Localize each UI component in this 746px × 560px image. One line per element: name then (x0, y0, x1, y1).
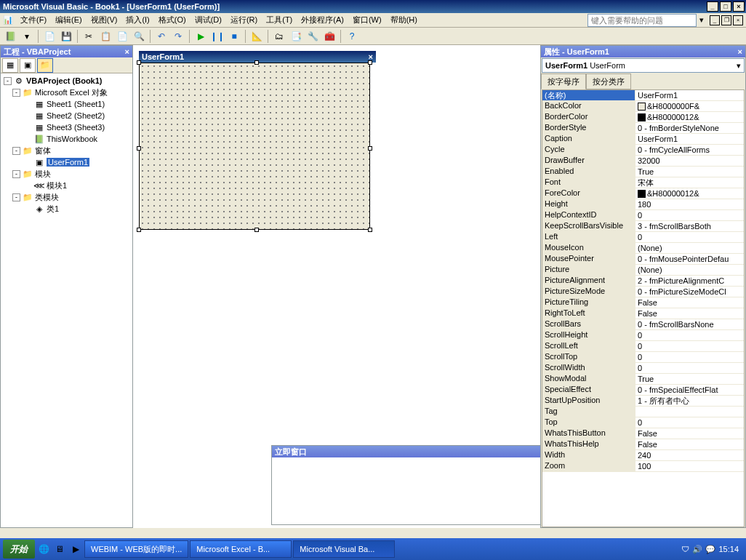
property-row[interactable]: ScrollBars0 - fmScrollBarsNone (542, 319, 744, 330)
tree-node[interactable]: -⚙VBAProject (Book1) (2, 75, 131, 87)
tree-node[interactable]: ⋘模块1 (2, 180, 131, 191)
toggle-folders-button[interactable]: 📁 (37, 58, 53, 73)
mdi-close-button[interactable]: × (733, 15, 743, 25)
taskbar-item[interactable]: WEBIM - WEB版的即时... (84, 540, 188, 558)
properties-grid[interactable]: (名称)UserForm1BackColor &H8000000F&Border… (542, 89, 745, 527)
tree-node[interactable]: -📁模块 (2, 168, 131, 180)
property-row[interactable]: PictureAlignment2 - fmPictureAlignmentC (542, 276, 744, 287)
paste-button[interactable]: 📄 (115, 29, 129, 44)
tree-node[interactable]: -📁类模块 (2, 191, 131, 203)
menu-debug[interactable]: 调试(D) (190, 13, 226, 27)
menu-run[interactable]: 运行(R) (226, 13, 262, 27)
tree-node[interactable]: ▦Sheet1 (Sheet1) (2, 98, 131, 110)
property-row[interactable]: WhatsThisButtonFalse (542, 428, 744, 439)
mdi-restore-button[interactable]: ❐ (721, 15, 731, 25)
property-row[interactable]: EnabledTrue (542, 167, 744, 177)
object-browser-button[interactable]: 🔧 (305, 29, 320, 44)
property-row[interactable]: BorderStyle0 - fmBorderStyleNone (542, 123, 744, 134)
property-row[interactable]: PictureTilingFalse (542, 297, 744, 308)
help-dropdown-icon[interactable]: ▾ (699, 15, 704, 25)
property-row[interactable]: Picture(None) (542, 265, 744, 276)
project-tree[interactable]: -⚙VBAProject (Book1)-📁Microsoft Excel 对象… (1, 73, 132, 527)
tree-node[interactable]: ▦Sheet2 (Sheet2) (2, 110, 131, 121)
maximize-button[interactable]: □ (720, 1, 731, 12)
menu-window[interactable]: 窗口(W) (348, 13, 386, 27)
toolbox-button[interactable]: 🧰 (322, 29, 337, 44)
tray-icon[interactable]: 💬 (705, 545, 715, 554)
taskbar-item[interactable]: Microsoft Visual Ba... (293, 540, 395, 558)
insert-button[interactable]: 📄 (42, 29, 57, 44)
tree-node[interactable]: ▣UserForm1 (2, 156, 131, 168)
property-row[interactable]: MouseIcon(None) (542, 243, 744, 254)
userform-window[interactable]: UserForm1 × (139, 51, 376, 230)
tray-icon[interactable]: 🛡 (681, 545, 689, 553)
stop-button[interactable]: ■ (227, 29, 241, 44)
userform-body[interactable] (139, 63, 370, 230)
property-row[interactable]: MousePointer0 - fmMousePointerDefau (542, 254, 744, 265)
property-row[interactable]: WhatsThisHelpFalse (542, 439, 744, 450)
menu-edit[interactable]: 编辑(E) (51, 13, 87, 27)
design-mode-button[interactable]: 📐 (249, 29, 264, 44)
property-row[interactable]: ScrollWidth0 (542, 363, 744, 374)
property-row[interactable]: DrawBuffer32000 (542, 156, 744, 167)
quicklaunch-desktop-icon[interactable]: 🖥 (52, 542, 67, 556)
redo-button[interactable]: ↷ (171, 29, 185, 44)
property-row[interactable]: Cycle0 - fmCycleAllForms (542, 145, 744, 156)
props-object-combo[interactable]: UserForm1 UserForm ▾ (542, 58, 745, 73)
tree-node[interactable]: 📗ThisWorkbook (2, 133, 131, 145)
property-row[interactable]: StartUpPosition1 - 所有者中心 (542, 396, 744, 407)
quicklaunch-ie-icon[interactable]: 🌐 (36, 542, 51, 556)
menu-addins[interactable]: 外接程序(A) (297, 13, 348, 27)
property-row[interactable]: Height180 (542, 199, 744, 210)
tree-node[interactable]: -📁窗体 (2, 145, 131, 156)
view-code-button[interactable]: ▦ (2, 58, 18, 73)
find-button[interactable]: 🔍 (132, 29, 146, 44)
property-row[interactable]: ShowModalTrue (542, 374, 744, 385)
property-row[interactable]: ScrollHeight0 (542, 330, 744, 341)
taskbar-item[interactable]: Microsoft Excel - B... (190, 540, 292, 558)
property-row[interactable]: Left0 (542, 232, 744, 243)
save-button[interactable]: 💾 (59, 29, 73, 44)
help-button[interactable]: ? (345, 29, 359, 44)
mdi-minimize-button[interactable]: _ (710, 15, 720, 25)
view-excel-button[interactable]: 📗 (3, 29, 17, 44)
dropdown-icon[interactable]: ▾ (20, 29, 34, 44)
property-row[interactable]: KeepScrollBarsVisible3 - fmScrollBarsBot… (542, 221, 744, 232)
tree-node[interactable]: ▦Sheet3 (Sheet3) (2, 121, 131, 133)
tray-icon[interactable]: 🔊 (692, 545, 702, 554)
menu-insert[interactable]: 插入(I) (121, 13, 153, 27)
property-row[interactable]: (名称)UserForm1 (542, 90, 744, 101)
immediate-window[interactable]: 立即窗口 × (271, 445, 540, 525)
menu-help[interactable]: 帮助(H) (386, 13, 422, 27)
property-row[interactable]: Top0 (542, 417, 744, 428)
property-row[interactable]: Zoom100 (542, 461, 744, 472)
help-search-input[interactable] (587, 14, 697, 27)
pause-button[interactable]: ❙❙ (210, 29, 225, 44)
project-panel-close-icon[interactable]: × (125, 47, 129, 56)
property-row[interactable]: Tag (542, 407, 744, 417)
run-button[interactable]: ▶ (193, 29, 208, 44)
undo-button[interactable]: ↶ (154, 29, 169, 44)
project-explorer-button[interactable]: 🗂 (272, 29, 286, 44)
property-row[interactable]: HelpContextID0 (542, 210, 744, 221)
menu-tools[interactable]: 工具(T) (262, 13, 297, 27)
props-panel-close-icon[interactable]: × (738, 47, 742, 56)
cut-button[interactable]: ✂ (81, 29, 96, 44)
tree-node[interactable]: -📁Microsoft Excel 对象 (2, 87, 131, 98)
menu-file[interactable]: 文件(F) (16, 13, 51, 27)
combo-dropdown-icon[interactable]: ▾ (737, 61, 741, 71)
properties-button[interactable]: 📑 (289, 29, 303, 44)
start-button[interactable]: 开始 (3, 540, 35, 559)
property-row[interactable]: BackColor &H8000000F& (542, 101, 744, 112)
property-row[interactable]: ScrollLeft0 (542, 341, 744, 352)
props-tab-alphabetic[interactable]: 按字母序 (541, 73, 586, 89)
close-button[interactable]: × (733, 1, 745, 12)
menu-view[interactable]: 视图(V) (87, 13, 122, 27)
property-row[interactable]: Width240 (542, 450, 744, 461)
menu-format[interactable]: 格式(O) (154, 13, 190, 27)
props-tab-categorized[interactable]: 按分类序 (586, 73, 631, 89)
system-tray[interactable]: 🛡 🔊 💬 15:14 (677, 545, 743, 554)
property-row[interactable]: SpecialEffect0 - fmSpecialEffectFlat (542, 385, 744, 396)
property-row[interactable]: Font宋体 (542, 177, 744, 188)
minimize-button[interactable]: _ (707, 1, 718, 12)
